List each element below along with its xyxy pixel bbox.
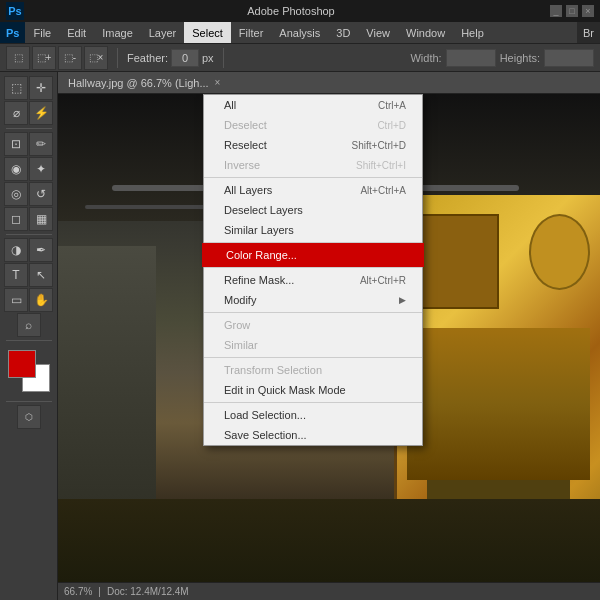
shape-tool[interactable]: ▭ — [4, 288, 28, 312]
item-label-deselect-layers: Deselect Layers — [224, 204, 303, 216]
path-select-tool[interactable]: ↖ — [29, 263, 53, 287]
clone-tool[interactable]: ◎ — [4, 182, 28, 206]
color-boxes — [6, 348, 52, 394]
menu-item-similar-layers[interactable]: Similar Layers — [204, 220, 422, 240]
add-selection-btn[interactable]: ⬚+ — [32, 46, 56, 70]
magic-wand-tool[interactable]: ⚡ — [29, 101, 53, 125]
item-label-reselect: Reselect — [224, 139, 267, 151]
canvas-tab-label: Hallway.jpg @ 66.7% (Ligh... — [68, 77, 209, 89]
tool-row-1: ⬚ ✛ — [0, 76, 57, 100]
menu-view[interactable]: View — [358, 22, 398, 43]
menu-analysis[interactable]: Analysis — [271, 22, 328, 43]
shortcut-all-layers: Alt+Ctrl+A — [360, 185, 406, 196]
options-sep-1 — [117, 48, 118, 68]
menu-item-save-selection[interactable]: Save Selection... — [204, 425, 422, 445]
eyedropper-tool[interactable]: ✏ — [29, 132, 53, 156]
lasso-tool[interactable]: ⌀ — [4, 101, 28, 125]
menu-select[interactable]: Select — [184, 22, 231, 43]
menu-item-quick-mask[interactable]: Edit in Quick Mask Mode — [204, 380, 422, 400]
width-label: Width: — [410, 52, 441, 64]
height-input[interactable] — [544, 49, 594, 67]
hand-tool[interactable]: ✋ — [29, 288, 53, 312]
brush-tool[interactable]: ✦ — [29, 157, 53, 181]
menu-item-reselect[interactable]: Reselect Shift+Ctrl+D — [204, 135, 422, 155]
tool-sep-3 — [6, 340, 52, 341]
item-label-load-selection: Load Selection... — [224, 409, 306, 421]
menu-bar: Ps File Edit Image Layer Select Filter A… — [0, 22, 600, 44]
tool-sep-1 — [6, 128, 52, 129]
menu-item-deselect-layers[interactable]: Deselect Layers — [204, 200, 422, 220]
ps-logo: Ps — [6, 2, 24, 20]
item-label-all: All — [224, 99, 236, 111]
feather-label: Feather: — [127, 52, 168, 64]
menu-item-deselect[interactable]: Deselect Ctrl+D — [204, 115, 422, 135]
menu-item-refine-mask[interactable]: Refine Mask... Alt+Ctrl+R — [204, 270, 422, 290]
pen-tool[interactable]: ✒ — [29, 238, 53, 262]
menu-help[interactable]: Help — [453, 22, 492, 43]
menu-layer[interactable]: Layer — [141, 22, 185, 43]
select-dropdown-menu: All Ctrl+A Deselect Ctrl+D Reselect Shif… — [203, 94, 423, 446]
item-label-transform-selection: Transform Selection — [224, 364, 322, 376]
menu-item-transform-selection[interactable]: Transform Selection — [204, 360, 422, 380]
crop-tool[interactable]: ⊡ — [4, 132, 28, 156]
subtract-selection-btn[interactable]: ⬚- — [58, 46, 82, 70]
item-label-grow: Grow — [224, 319, 250, 331]
menu-item-all-layers[interactable]: All Layers Alt+Ctrl+A — [204, 180, 422, 200]
sep-3 — [204, 267, 422, 268]
shortcut-reselect: Shift+Ctrl+D — [352, 140, 406, 151]
tool-row-8: T ↖ — [0, 263, 57, 287]
tool-row-10: ⌕ — [0, 313, 57, 337]
feather-input[interactable] — [171, 49, 199, 67]
title-text: Adobe Photoshop — [32, 5, 550, 17]
maximize-button[interactable]: □ — [566, 5, 578, 17]
dodge-tool[interactable]: ◑ — [4, 238, 28, 262]
options-bar: ⬚ ⬚+ ⬚- ⬚× Feather: px Width: Heights: — [0, 44, 600, 72]
menu-item-grow[interactable]: Grow — [204, 315, 422, 335]
menu-item-all[interactable]: All Ctrl+A — [204, 95, 422, 115]
item-label-modify: Modify — [224, 294, 256, 306]
quick-mask-btn[interactable]: ⬡ — [17, 405, 41, 429]
menu-image[interactable]: Image — [94, 22, 141, 43]
spot-heal-tool[interactable]: ◉ — [4, 157, 28, 181]
menu-item-inverse[interactable]: Inverse Shift+Ctrl+I — [204, 155, 422, 175]
close-tab-icon[interactable]: × — [215, 77, 221, 88]
menu-ps[interactable]: Ps — [0, 22, 25, 43]
type-tool[interactable]: T — [4, 263, 28, 287]
eraser-tool[interactable]: ◻ — [4, 207, 28, 231]
close-button[interactable]: × — [582, 5, 594, 17]
menu-item-modify[interactable]: Modify — [204, 290, 422, 310]
history-brush-tool[interactable]: ↺ — [29, 182, 53, 206]
item-label-save-selection: Save Selection... — [224, 429, 307, 441]
minimize-button[interactable]: _ — [550, 5, 562, 17]
width-input[interactable] — [446, 49, 496, 67]
br-button[interactable]: Br — [577, 22, 600, 43]
tool-sep-4 — [6, 401, 52, 402]
item-label-refine-mask: Refine Mask... — [224, 274, 294, 286]
gradient-tool[interactable]: ▦ — [29, 207, 53, 231]
marquee-tool[interactable]: ⬚ — [4, 76, 28, 100]
tool-row-4: ◉ ✦ — [0, 157, 57, 181]
toolbar: ⬚ ✛ ⌀ ⚡ ⊡ ✏ ◉ ✦ ◎ ↺ ◻ ▦ ◑ ✒ T — [0, 72, 58, 600]
menu-item-similar[interactable]: Similar — [204, 335, 422, 355]
menu-window[interactable]: Window — [398, 22, 453, 43]
tool-sep-2 — [6, 234, 52, 235]
tool-row-9: ▭ ✋ — [0, 288, 57, 312]
sep-5 — [204, 357, 422, 358]
tool-row-5: ◎ ↺ — [0, 182, 57, 206]
intersect-selection-btn[interactable]: ⬚× — [84, 46, 108, 70]
new-selection-btn[interactable]: ⬚ — [6, 46, 30, 70]
menu-item-color-range[interactable]: Color Range... — [204, 245, 422, 265]
foreground-color-box[interactable] — [8, 350, 36, 378]
title-buttons: _ □ × — [550, 5, 594, 17]
menu-3d[interactable]: 3D — [328, 22, 358, 43]
title-bar: Ps Adobe Photoshop _ □ × — [0, 0, 600, 22]
menu-filter[interactable]: Filter — [231, 22, 271, 43]
menu-item-load-selection[interactable]: Load Selection... — [204, 405, 422, 425]
canvas-area: Hallway.jpg @ 66.7% (Ligh... × — [58, 72, 600, 600]
zoom-tool[interactable]: ⌕ — [17, 313, 41, 337]
menu-file[interactable]: File — [25, 22, 59, 43]
tool-row-7: ◑ ✒ — [0, 238, 57, 262]
options-sep-2 — [223, 48, 224, 68]
move-tool[interactable]: ✛ — [29, 76, 53, 100]
menu-edit[interactable]: Edit — [59, 22, 94, 43]
